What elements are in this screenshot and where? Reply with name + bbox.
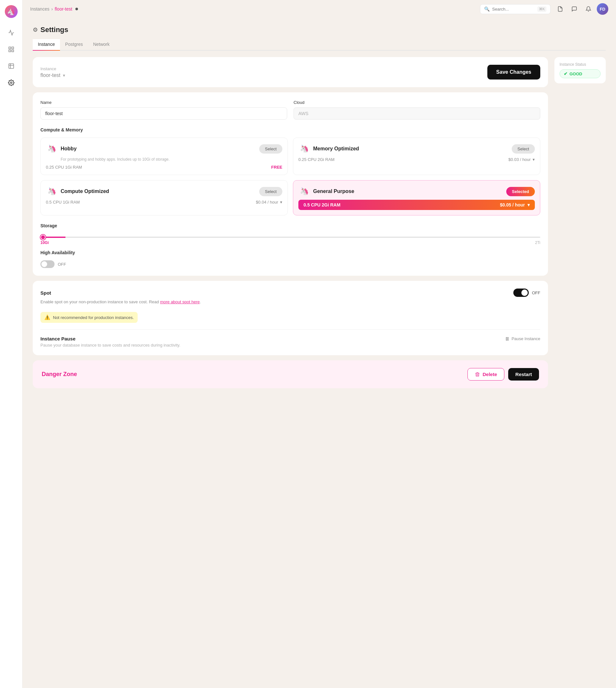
compute-compute-title-row: 🦄 Compute Optimized xyxy=(46,186,109,197)
compute-hobby-footer: 0.25 CPU 1Gi RAM FREE xyxy=(46,165,282,169)
ha-toggle-label: OFF xyxy=(58,262,66,267)
delete-button[interactable]: Delete xyxy=(467,368,504,381)
storage-section: Storage 10Gi 2Ti xyxy=(40,223,540,245)
compute-hobby-icon: 🦄 xyxy=(46,143,58,155)
tab-instance[interactable]: Instance xyxy=(33,39,60,51)
storage-slider[interactable] xyxy=(40,236,540,238)
sidebar-item-grid[interactable] xyxy=(4,42,18,56)
bell-icon-btn[interactable] xyxy=(582,3,594,15)
sidebar: 🦄 xyxy=(0,0,22,688)
general-price-chevron[interactable]: ▾ xyxy=(527,202,530,207)
settings-page-icon: ⚙ xyxy=(33,26,38,33)
topbar-icons: FD xyxy=(554,3,608,15)
breadcrumb-current[interactable]: floor-test xyxy=(55,6,72,12)
avatar[interactable]: FD xyxy=(597,3,608,15)
app-logo[interactable]: 🦄 xyxy=(5,5,18,18)
sidebar-item-analytics[interactable] xyxy=(4,26,18,40)
compute-hobby-specs: 0.25 CPU 1Gi RAM xyxy=(46,165,82,169)
spot-toggle-row: OFF xyxy=(513,289,540,297)
compute-general-price: $0.05 / hour xyxy=(500,202,525,207)
instance-selector: Instance floor-test ▾ xyxy=(40,66,482,78)
instance-name-row: floor-test ▾ xyxy=(40,72,482,78)
restart-button[interactable]: Restart xyxy=(508,368,539,381)
compute-general-icon: 🦄 xyxy=(299,186,310,197)
spot-link[interactable]: more about spot here xyxy=(160,299,200,304)
status-label: Instance Status xyxy=(559,62,600,67)
memory-select-button[interactable]: Select xyxy=(512,144,535,154)
compute-card-memory: 🦄 Memory Optimized Select 0.25 CPU 2Gi R… xyxy=(293,138,540,175)
compute-select-button[interactable]: Select xyxy=(259,187,282,196)
chat-icon-btn[interactable] xyxy=(569,3,580,15)
compute-price-chevron[interactable]: ▾ xyxy=(280,200,282,205)
compute-memory-icon: 🦄 xyxy=(299,143,310,155)
ha-toggle[interactable] xyxy=(40,260,54,268)
compute-card-compute: 🦄 Compute Optimized Select 0.5 CPU 1Gi R… xyxy=(40,180,288,215)
name-field-group: Name xyxy=(40,100,287,120)
name-input[interactable] xyxy=(40,108,287,120)
compute-memory-header: 🦄 Memory Optimized Select xyxy=(299,143,535,155)
cloud-field-group: Cloud xyxy=(293,100,540,120)
instance-name: floor-test xyxy=(40,72,60,78)
form-grid: Name Cloud xyxy=(40,100,540,120)
spot-toggle-label: OFF xyxy=(532,291,540,295)
instance-dropdown-chevron[interactable]: ▾ xyxy=(63,73,65,78)
compute-section-title: Compute & Memory xyxy=(40,127,540,132)
page-title: Settings xyxy=(40,26,68,34)
compute-hobby-header: 🦄 Hobby Select xyxy=(46,143,282,155)
pause-icon xyxy=(505,337,509,341)
compute-compute-price: $0.04 / hour ▾ xyxy=(256,200,282,205)
instance-label: Instance xyxy=(40,66,482,71)
ha-row: OFF xyxy=(40,260,540,268)
compute-hobby-desc: For prototyping and hobby apps. Includes… xyxy=(46,157,282,162)
spot-title: Spot xyxy=(40,290,51,296)
ha-label: High Availability xyxy=(40,250,540,255)
delete-icon xyxy=(475,372,480,377)
settings-main: Instance floor-test ▾ Save Changes Name xyxy=(33,57,548,388)
sidebar-item-dashboard[interactable] xyxy=(4,59,18,73)
status-good-badge: ✔ GOOD xyxy=(559,69,600,78)
warning-badge: ⚠️ Not recommended for production instan… xyxy=(40,312,138,323)
compute-hobby-title-row: 🦄 Hobby xyxy=(46,143,77,155)
file-icon-btn[interactable] xyxy=(554,3,566,15)
storage-label: Storage xyxy=(40,223,540,228)
svg-point-7 xyxy=(10,82,12,84)
compute-hobby-price: FREE xyxy=(271,165,282,169)
compute-grid: 🦄 Hobby Select For prototyping and hobby… xyxy=(40,138,540,215)
svg-rect-0 xyxy=(9,47,10,49)
save-changes-button[interactable]: Save Changes xyxy=(487,65,540,79)
ha-section: High Availability OFF xyxy=(40,250,540,268)
danger-zone-title: Danger Zone xyxy=(42,371,77,378)
svg-rect-2 xyxy=(12,50,14,52)
spot-header: Spot OFF xyxy=(40,289,540,297)
settings-form-card: Name Cloud Compute & Memory xyxy=(33,92,548,276)
pause-instance-button[interactable]: Pause Instance xyxy=(505,336,540,341)
settings-aside: Instance Status ✔ GOOD xyxy=(554,57,606,83)
danger-actions: Delete Restart xyxy=(467,368,539,381)
compute-compute-title: Compute Optimized xyxy=(61,188,109,194)
main-container: Instances › floor-test 🔍 ⌘K FD xyxy=(22,0,616,688)
tab-postgres[interactable]: Postgres xyxy=(60,39,88,51)
breadcrumb-parent[interactable]: Instances xyxy=(30,6,49,12)
spot-card: Spot OFF Enable spot on your non-product… xyxy=(33,281,548,355)
compute-general-title: General Purpose xyxy=(313,188,354,194)
hobby-select-button[interactable]: Select xyxy=(259,144,282,154)
compute-compute-specs: 0.5 CPU 1Gi RAM xyxy=(46,200,80,205)
compute-card-general: 🦄 General Purpose Selected 0.5 CPU 2Gi R… xyxy=(293,180,540,215)
tab-network[interactable]: Network xyxy=(88,39,114,51)
compute-compute-footer: 0.5 CPU 1Gi RAM $0.04 / hour ▾ xyxy=(46,200,282,205)
sidebar-item-settings[interactable] xyxy=(4,76,18,90)
search-input[interactable] xyxy=(492,7,535,12)
search-bar: 🔍 ⌘K xyxy=(480,4,551,14)
warning-text: Not recommended for production instances… xyxy=(53,315,134,320)
memory-price-chevron[interactable]: ▾ xyxy=(533,157,535,162)
compute-memory-footer: 0.25 CPU 2Gi RAM $0.03 / hour ▾ xyxy=(299,157,535,162)
general-selected-button[interactable]: Selected xyxy=(506,187,535,196)
breadcrumb-status-dot xyxy=(75,8,78,10)
pause-title: Instance Pause xyxy=(40,336,75,341)
status-dot-icon: ✔ xyxy=(564,71,568,76)
page-header: ⚙ Settings xyxy=(33,26,606,34)
svg-rect-1 xyxy=(12,47,14,49)
compute-compute-icon: 🦄 xyxy=(46,186,58,197)
compute-general-specs: 0.5 CPU 2Gi RAM xyxy=(304,202,340,207)
spot-toggle[interactable] xyxy=(513,289,529,297)
